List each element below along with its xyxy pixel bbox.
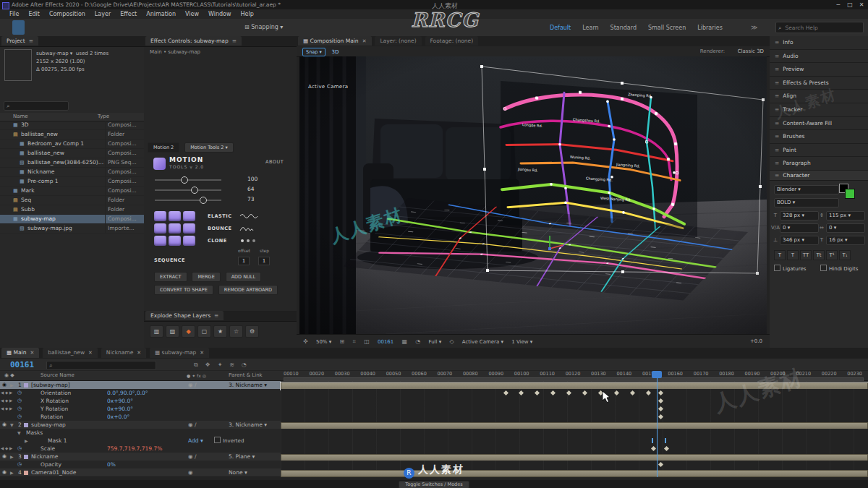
minimize-button[interactable]: ─ <box>833 0 843 9</box>
elastic-label[interactable]: ELASTIC <box>208 213 231 219</box>
explode-tool-icon[interactable]: ☆ <box>229 325 243 338</box>
slider-knob[interactable] <box>200 197 207 204</box>
menu-item[interactable]: Edit <box>28 11 40 17</box>
timeline-tab-main[interactable]: ▦ Main✕ <box>1 348 39 358</box>
font-style-dropdown[interactable]: BOLD ▾ <box>774 198 839 207</box>
item-name[interactable]: Mark <box>21 187 105 195</box>
motion-blur-icon[interactable]: ◔ <box>242 361 247 368</box>
layer-name[interactable]: Camera01_Node <box>31 468 76 476</box>
collapsed-panel-tab[interactable]: ≡Tracker <box>770 103 868 117</box>
keyframe-navigator[interactable]: ◀ ◆ ▶ <box>1 397 12 405</box>
collapsed-panel-tab[interactable]: ≡Content-Aware Fill <box>770 117 868 131</box>
clone-label[interactable]: CLONE <box>208 238 227 244</box>
faux-style-button[interactable]: T₁ <box>839 250 851 260</box>
stopwatch-icon[interactable]: ◷ <box>17 413 22 421</box>
column-type[interactable]: Type <box>98 113 109 121</box>
effect-controls-tab[interactable]: Effect Controls: subway-map≡ <box>145 36 242 46</box>
snapping-toggle[interactable]: ⊞ Snapping ▾ <box>244 19 283 36</box>
menu-item[interactable]: Layer <box>95 11 111 17</box>
label-color-chip[interactable] <box>24 383 28 388</box>
view-layout-dropdown[interactable]: 1 View ▾ <box>511 339 532 345</box>
renderer-value[interactable]: Classic 3D <box>738 46 764 56</box>
timeline-tab-nickname[interactable]: Nickname✕ <box>101 348 146 358</box>
property-name[interactable]: Scale <box>41 445 55 453</box>
close-tab-icon[interactable]: ✕ <box>88 350 93 356</box>
layer-switches[interactable]: ◉ ∕ <box>188 421 196 429</box>
layer-name[interactable]: subway-map <box>31 421 66 429</box>
motion-slider[interactable]: 73 <box>155 200 221 201</box>
menu-item[interactable]: File <box>9 11 19 17</box>
pad-button[interactable] <box>183 223 195 234</box>
collapsed-panel-tab[interactable]: ≡Info <box>770 36 868 50</box>
project-search-box[interactable]: ⌕ <box>4 101 69 111</box>
parent-dropdown[interactable]: 3. Nickname ▾ <box>229 381 276 389</box>
pad-button[interactable] <box>169 211 181 221</box>
close-tab-icon[interactable]: ✕ <box>137 350 141 356</box>
property-value[interactable]: 759.7,719.7,719.7% <box>107 445 162 453</box>
layer-switches[interactable]: ◉ ∕ <box>188 453 196 461</box>
font-family-dropdown[interactable]: Blender ▾ <box>774 185 839 194</box>
snap-dropdown[interactable]: Snap ▾ <box>302 48 326 56</box>
sequence-step-field[interactable]: 1 <box>258 257 270 265</box>
item-name[interactable]: ballistae_new <box>27 149 105 158</box>
convert-to-shape-button[interactable]: CONVERT TO SHAPE <box>154 285 213 295</box>
channels-icon[interactable]: ◔ <box>415 338 420 345</box>
tool-icon[interactable] <box>0 20 12 35</box>
twirl-icon[interactable]: ▼ <box>17 429 21 437</box>
more-workspaces-icon[interactable]: ≫ <box>751 19 757 36</box>
keyframe-navigator[interactable]: ◀ ◆ ▶ <box>1 445 12 453</box>
workspace-tab[interactable]: Default <box>550 25 571 31</box>
layer-duration-track[interactable] <box>281 468 868 477</box>
collapsed-panel-tab[interactable]: ≡Align <box>770 90 868 103</box>
tab-motion-tools-2[interactable]: Motion Tools 2 ▾ <box>184 142 234 153</box>
item-name[interactable]: Bedroom_av Comp 1 <box>27 140 105 148</box>
explode-tool-icon[interactable]: ◆ <box>182 325 195 338</box>
timeline-layer-row[interactable]: ◉▶ 4 Camera01_Node ◉ None ▾ <box>0 468 281 477</box>
tool-icon[interactable] <box>184 20 197 35</box>
workspace-tab[interactable]: Learn <box>582 25 598 31</box>
sequence-offset-field[interactable]: 1 <box>238 257 250 265</box>
property-value[interactable]: 0x+0.0° <box>107 413 129 421</box>
column-name[interactable]: Name <box>13 114 28 119</box>
timeline-tab-subway-map[interactable]: ▦ subway-map✕ <box>150 348 209 358</box>
pad-button[interactable] <box>169 223 181 234</box>
label-color-chip[interactable] <box>24 471 28 475</box>
slider-value[interactable]: 100 <box>247 176 258 182</box>
explode-tool-icon[interactable]: ▢ <box>197 325 211 338</box>
toggle-switches-modes-button[interactable]: Toggle Switches / Modes <box>399 481 469 488</box>
faux-style-button[interactable]: TT <box>800 250 812 260</box>
bounce-label[interactable]: BOUNCE <box>208 226 231 231</box>
snapshot-icon[interactable]: ▦ <box>401 338 407 345</box>
explode-tool-icon[interactable]: ▨ <box>166 325 179 338</box>
current-time-display[interactable]: 00161 <box>378 339 393 345</box>
extract-button[interactable]: EXTRACT <box>154 272 187 282</box>
kerning-field[interactable]: 0 ▾ <box>780 223 819 233</box>
tool-icon[interactable] <box>197 20 209 35</box>
faux-style-button[interactable]: T <box>774 250 786 260</box>
item-name[interactable]: Seq <box>21 196 105 205</box>
motion-slider[interactable]: 64 <box>155 189 221 191</box>
tool-icon[interactable] <box>12 20 25 35</box>
current-frame-field[interactable]: 00161 <box>10 360 34 369</box>
stopwatch-icon[interactable]: ◷ <box>17 405 22 413</box>
collapsed-panel-tab[interactable]: ≡Brushes <box>770 130 868 144</box>
parent-dropdown[interactable]: None ▾ <box>229 468 276 476</box>
group-name[interactable]: Masks <box>26 429 43 437</box>
slider-knob[interactable] <box>181 176 188 184</box>
tool-icon[interactable] <box>172 20 184 35</box>
label-color-chip[interactable] <box>24 423 28 427</box>
tsume-field[interactable]: 16 px ▾ <box>826 236 865 245</box>
pad-button[interactable] <box>183 211 195 221</box>
parent-link-column[interactable]: Parent & Link <box>229 371 263 380</box>
menu-item[interactable]: Animation <box>146 11 176 17</box>
property-value[interactable]: 0x+90.0° <box>107 405 133 413</box>
collapsed-panel-tab[interactable]: ≡Paint <box>770 144 868 158</box>
motion-slider[interactable]: 100 <box>155 179 221 181</box>
project-item-row[interactable]: ▧ ballistae_new(3084-6250).jpg PNG Seq..… <box>0 158 144 168</box>
mask-visibility-icon[interactable]: ◫ <box>364 338 370 345</box>
property-name[interactable]: Orientation <box>41 389 71 397</box>
item-name[interactable]: Subb <box>21 205 105 214</box>
shy-layers-icon[interactable]: ✦ <box>218 361 223 368</box>
panel-menu-icon[interactable]: ≡ <box>29 38 33 44</box>
project-item-row[interactable]: ▤ ballistae_new Folder <box>0 130 144 140</box>
